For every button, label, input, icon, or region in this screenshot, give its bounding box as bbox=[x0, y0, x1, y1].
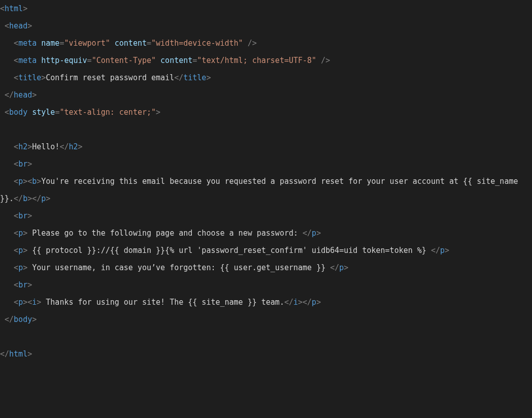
code-line[interactable]: <p><i> Thanks for using our site! The {{… bbox=[0, 298, 321, 307]
code-token-attr: name bbox=[41, 39, 59, 48]
code-token-punc: < bbox=[14, 280, 18, 290]
code-token-punc: > bbox=[23, 263, 27, 272]
code-token-txt bbox=[37, 39, 41, 48]
code-token-tag: body bbox=[9, 108, 27, 117]
code-token-txt bbox=[0, 315, 5, 324]
code-line[interactable]: <br> bbox=[0, 211, 32, 220]
code-token-txt bbox=[0, 298, 14, 307]
code-editor[interactable]: <html> <head> <meta name="viewport" cont… bbox=[0, 0, 532, 363]
code-token-punc: < bbox=[14, 142, 18, 151]
code-token-tag: meta bbox=[18, 39, 37, 48]
code-token-punc: > bbox=[206, 73, 211, 82]
code-token-txt bbox=[0, 21, 5, 30]
code-token-punc: > bbox=[27, 142, 32, 151]
code-token-attr: content bbox=[160, 56, 192, 65]
code-token-tag: i bbox=[293, 298, 298, 307]
code-token-punc: > bbox=[32, 90, 37, 100]
code-token-punc: > bbox=[445, 246, 449, 255]
code-token-txt bbox=[0, 263, 14, 272]
code-token-punc: < bbox=[14, 211, 18, 220]
code-token-punc: < bbox=[14, 39, 18, 48]
code-token-tag: p bbox=[18, 246, 23, 255]
code-line[interactable]: </head> bbox=[0, 90, 37, 100]
code-token-str: "text-align: center;" bbox=[59, 108, 156, 117]
code-line[interactable]: <title>Confirm reset password email</tit… bbox=[0, 73, 211, 82]
code-token-punc: > bbox=[37, 298, 41, 307]
code-token-punc: </ bbox=[431, 246, 440, 255]
code-line[interactable]: <meta name="viewport" content="width=dev… bbox=[0, 39, 257, 48]
code-token-tag: p bbox=[18, 263, 23, 272]
code-token-punc: /> bbox=[248, 39, 257, 48]
code-token-tag: meta bbox=[18, 56, 37, 65]
code-token-punc: </ bbox=[330, 263, 339, 272]
code-token-punc: = bbox=[192, 56, 197, 65]
code-token-tag: title bbox=[183, 73, 206, 82]
code-token-punc: > bbox=[37, 177, 41, 186]
code-line[interactable]: <meta http-equiv="Content-Type" content=… bbox=[0, 56, 330, 65]
code-token-tag: br bbox=[18, 280, 27, 290]
code-token-tag: head bbox=[9, 21, 27, 30]
code-line[interactable]: <h2>Hello!</h2> bbox=[0, 142, 83, 151]
code-token-punc: < bbox=[27, 298, 32, 307]
code-token-punc: </ bbox=[32, 194, 41, 203]
code-line[interactable]: <p> Please go to the following page and … bbox=[0, 229, 321, 238]
code-token-tag: p bbox=[18, 177, 23, 186]
code-token-punc: </ bbox=[0, 349, 9, 359]
code-token-punc: = bbox=[147, 39, 151, 48]
code-token-punc: > bbox=[23, 298, 27, 307]
code-token-str: "Content-Type" bbox=[92, 56, 156, 65]
code-line[interactable]: <p> Your username, in case you’ve forgot… bbox=[0, 263, 348, 272]
code-token-punc: < bbox=[14, 263, 18, 272]
code-line[interactable]: <br> bbox=[0, 280, 32, 290]
code-token-txt bbox=[0, 142, 14, 151]
code-token-txt: You're receiving this email because you … bbox=[0, 177, 523, 203]
code-line[interactable]: <p> {{ protocol }}://{{ domain }}{% url … bbox=[0, 246, 449, 255]
code-token-punc: > bbox=[316, 229, 321, 238]
code-token-txt bbox=[0, 56, 14, 65]
code-token-punc: > bbox=[27, 21, 32, 30]
code-token-punc: </ bbox=[14, 194, 23, 203]
code-line[interactable]: <br> bbox=[0, 159, 32, 169]
code-line[interactable]: <head> bbox=[0, 21, 32, 30]
code-token-punc: > bbox=[316, 298, 321, 307]
code-line[interactable]: </html> bbox=[0, 349, 32, 359]
code-line[interactable]: </body> bbox=[0, 315, 37, 324]
code-token-punc: </ bbox=[5, 90, 14, 100]
code-token-tag: br bbox=[18, 159, 27, 169]
code-token-txt: Confirm reset password email bbox=[46, 73, 174, 82]
code-token-punc: < bbox=[5, 21, 9, 30]
code-token-punc: > bbox=[23, 246, 27, 255]
code-token-txt: Thanks for using our site! The {{ site_n… bbox=[41, 298, 284, 307]
code-token-txt bbox=[0, 280, 14, 290]
code-line[interactable]: <p><b>You're receiving this email becaus… bbox=[0, 177, 523, 203]
code-token-punc: > bbox=[27, 349, 32, 359]
code-token-tag: p bbox=[41, 194, 46, 203]
code-token-punc: </ bbox=[174, 73, 183, 82]
code-token-punc: < bbox=[14, 246, 18, 255]
code-token-tag: html bbox=[9, 349, 27, 359]
code-token-attr: http-equiv bbox=[41, 56, 87, 65]
code-token-tag: p bbox=[18, 229, 23, 238]
code-token-punc: > bbox=[344, 263, 348, 272]
code-line[interactable]: <html> bbox=[0, 4, 27, 13]
code-token-punc: < bbox=[14, 159, 18, 169]
code-line[interactable]: <body style="text-align: center;"> bbox=[0, 108, 160, 117]
code-token-tag: html bbox=[5, 4, 23, 13]
code-token-txt bbox=[110, 39, 115, 48]
code-token-punc: </ bbox=[303, 298, 312, 307]
code-token-txt: Your username, in case you’ve forgotten:… bbox=[27, 263, 330, 272]
code-token-punc: </ bbox=[284, 298, 293, 307]
code-token-punc: > bbox=[27, 194, 32, 203]
code-token-punc: </ bbox=[5, 315, 14, 324]
code-token-punc: < bbox=[14, 229, 18, 238]
code-token-tag: p bbox=[18, 298, 23, 307]
code-token-tag: h2 bbox=[69, 142, 78, 151]
code-token-punc: < bbox=[14, 298, 18, 307]
code-token-tag: i bbox=[32, 298, 37, 307]
code-token-tag: p bbox=[339, 263, 344, 272]
code-token-txt bbox=[0, 246, 14, 255]
code-token-txt bbox=[156, 56, 160, 65]
code-token-punc: < bbox=[0, 4, 5, 13]
code-token-tag: br bbox=[18, 211, 27, 220]
code-token-tag: p bbox=[312, 229, 316, 238]
